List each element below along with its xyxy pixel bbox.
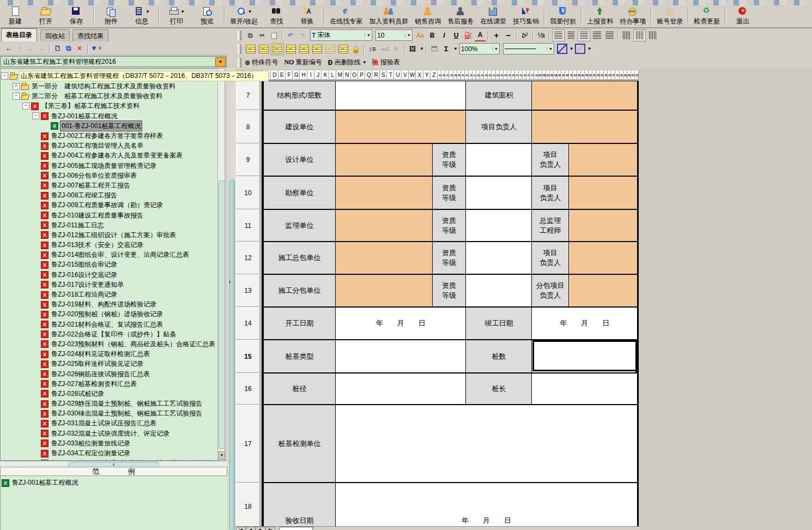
- tree-item[interactable]: 鲁ZJ-008工程竣工报告: [1, 190, 217, 200]
- column-header-BG[interactable]: BG: [561, 70, 565, 80]
- renumber-button[interactable]: NO 重新编号: [284, 57, 322, 68]
- column-header-AF[interactable]: AF: [457, 70, 461, 80]
- column-header-BZ[interactable]: BZ: [635, 70, 639, 80]
- toolbar-button-upload[interactable]: 上报资料: [584, 5, 616, 27]
- field-label[interactable]: 桩径: [264, 374, 336, 404]
- scrollbar-down-arrow[interactable]: ▼: [219, 451, 225, 460]
- chevron-down-icon[interactable]: ▼: [362, 60, 367, 65]
- field-label[interactable]: 设计单位: [264, 144, 336, 176]
- collapse-expander-icon[interactable]: −: [22, 103, 29, 110]
- chevron-down-icon[interactable]: ▼: [365, 33, 371, 37]
- field-label[interactable]: 桩基类型: [264, 340, 336, 372]
- tree-item[interactable]: 鲁ZJ-019材料、构配件进场检验记录: [1, 299, 217, 309]
- panel-splitter[interactable]: ‹: [227, 68, 236, 530]
- font-size-select[interactable]: 10 ▼: [375, 29, 413, 41]
- paste-icon[interactable]: 📋: [269, 30, 280, 41]
- tree-item[interactable]: 鲁ZJ-007桩基工程开工报告: [1, 180, 217, 190]
- toolbar-button-todo[interactable]: 待办事项: [616, 5, 649, 27]
- tree-item[interactable]: 鲁ZJ-022合格证【复印件（或抄件）】贴条: [1, 329, 217, 339]
- column-header-AD[interactable]: AD: [449, 70, 453, 80]
- tree-item[interactable]: 鲁ZJ-006分包单位资质报审表: [1, 171, 217, 180]
- decrease-size-button[interactable]: −: [503, 30, 514, 41]
- column-header-AV[interactable]: AV: [519, 70, 523, 80]
- font-style-icon[interactable]: 🗛: [415, 30, 426, 41]
- row-header-12[interactable]: 12: [236, 242, 260, 274]
- column-header-AB[interactable]: AB: [441, 70, 445, 80]
- insert-image-icon[interactable]: 🖼: [407, 44, 418, 55]
- field-value-cell[interactable]: [336, 374, 466, 404]
- field-value-cell[interactable]: [336, 210, 433, 241]
- tree-item[interactable]: 鲁ZJ-004工程参建各方人员及签章变更备案表: [1, 150, 217, 160]
- column-header-AO[interactable]: AO: [492, 70, 495, 80]
- column-header-Q[interactable]: Q: [365, 70, 372, 80]
- column-header-BJ[interactable]: BJ: [573, 70, 577, 80]
- tree-item[interactable]: 鲁ZJ-021材料合格证、复试报告汇总表: [1, 320, 217, 329]
- tree-item[interactable]: 鲁ZJ-016设计交底记录: [1, 270, 217, 280]
- toolbar-button-exit[interactable]: 退出: [728, 5, 758, 27]
- copy-form-icon[interactable]: ⧉: [63, 44, 74, 53]
- field-label[interactable]: 建设单位: [264, 111, 336, 143]
- column-header-O[interactable]: O: [351, 70, 358, 80]
- table-edit-icon[interactable]: [337, 44, 349, 55]
- field-label[interactable]: 资质 等级: [433, 177, 466, 209]
- tree-item[interactable]: 鲁ZJ-027桩基检测资料汇总表: [1, 379, 217, 389]
- font-color-button[interactable]: A: [475, 29, 486, 41]
- tree-item[interactable]: 鲁ZJ-013技术（安全）交底记录: [1, 240, 217, 250]
- column-header-AC[interactable]: AC: [445, 70, 449, 80]
- field-value-cell[interactable]: [336, 177, 433, 209]
- tree-item[interactable]: −第二部分 桩基工程施工技术及质量验收资料: [1, 91, 217, 101]
- field-value-cell[interactable]: [336, 81, 466, 110]
- field-value-cell[interactable]: [532, 81, 637, 110]
- insert-row-icon[interactable]: [298, 44, 310, 55]
- column-header-BI[interactable]: BI: [569, 70, 573, 80]
- tree-root-item[interactable]: − 山东省建筑工程施工资料管理规程（DB37/T 5072－2016、DB37/…: [1, 71, 269, 81]
- column-header-AS[interactable]: AS: [507, 70, 511, 80]
- field-value-cell[interactable]: [569, 210, 637, 241]
- diagonal-border-light-icon[interactable]: [574, 44, 586, 55]
- split-cell-icon[interactable]: [285, 44, 297, 55]
- vertical-text-left-icon[interactable]: [621, 30, 632, 41]
- column-header-AZ[interactable]: AZ: [534, 70, 538, 80]
- column-header-AN[interactable]: AN: [488, 70, 492, 80]
- field-value-cell[interactable]: [336, 405, 637, 482]
- toolbar-button-info[interactable]: ▼信息: [126, 5, 157, 27]
- field-value-cell[interactable]: 年 月 日: [336, 483, 637, 530]
- field-label[interactable]: 开工日期: [264, 308, 336, 339]
- superscript-button[interactable]: b²: [519, 30, 530, 41]
- merge-cells-icon[interactable]: [258, 44, 270, 55]
- filter-icon[interactable]: ▼⚡: [90, 44, 101, 52]
- column-header-BA[interactable]: BA: [538, 70, 542, 80]
- column-header-D[interactable]: D: [271, 70, 278, 80]
- tree-item[interactable]: +第一部分 建筑结构工程施工技术及质量验收资料: [1, 81, 217, 91]
- tree-item[interactable]: 鲁ZJ-009工程质量事故调（勘）查记录: [1, 200, 217, 210]
- column-header-AU[interactable]: AU: [515, 70, 519, 80]
- field-label[interactable]: 桩长: [466, 374, 532, 404]
- nav-forward-icon[interactable]: →: [36, 44, 47, 52]
- toolbar-button-update[interactable]: 检查更新: [690, 5, 723, 27]
- tree-item[interactable]: 鲁ZJ-023预制材料（钢桩、商品砼及桩头）合格证汇总表: [1, 339, 217, 349]
- row-header-11[interactable]: 11: [236, 209, 260, 242]
- column-header-F[interactable]: F: [286, 70, 293, 80]
- sheet-tab[interactable]: [277, 527, 314, 530]
- expand-expander-icon[interactable]: +: [13, 83, 20, 90]
- field-label[interactable]: 施工总包单位: [264, 242, 336, 274]
- toolbar-button-preview[interactable]: 预览: [192, 5, 222, 27]
- tree-item[interactable]: 鲁ZJ-033桩位测量放线记录: [1, 438, 217, 448]
- tree-item[interactable]: 鲁ZJ-034工程定位测量记录: [1, 448, 217, 458]
- column-header-J[interactable]: J: [314, 70, 322, 80]
- field-label[interactable]: 项目 负责人: [532, 144, 569, 176]
- column-header-BC[interactable]: BC: [546, 70, 550, 80]
- first-sheet-icon[interactable]: |◀: [236, 527, 246, 530]
- column-header-P[interactable]: P: [358, 70, 365, 80]
- column-header-M[interactable]: M: [336, 70, 343, 80]
- column-header-R[interactable]: R: [372, 70, 379, 80]
- chevron-down-icon[interactable]: ▼: [453, 46, 458, 51]
- field-value-cell[interactable]: [569, 177, 637, 209]
- toolbar-button-tips[interactable]: 技巧集锦: [510, 5, 542, 27]
- field-value-cell[interactable]: [466, 177, 532, 209]
- field-value-cell[interactable]: [336, 111, 466, 143]
- inspection-form-button[interactable]: 验 报验表: [372, 57, 400, 68]
- function-icon[interactable]: 🗔: [429, 44, 440, 55]
- column-header-AR[interactable]: AR: [504, 70, 507, 80]
- vertical-text-right-icon[interactable]: [647, 30, 658, 41]
